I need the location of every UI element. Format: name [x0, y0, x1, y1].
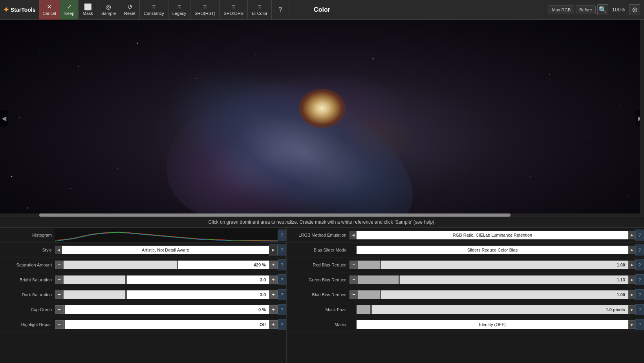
lrgb-help-btn[interactable]: ?: [635, 230, 644, 241]
sho-hst-button[interactable]: ≡ SHO(HST): [190, 0, 220, 20]
highlight-repair-plus[interactable]: +: [269, 320, 278, 329]
zoom-out-button[interactable]: 🔍: [597, 4, 608, 15]
dark-saturation-row: Dark Saturation − 3.0 + ?: [0, 287, 286, 302]
bright-saturation-minus[interactable]: −: [55, 275, 64, 284]
saturation-amount-thumb[interactable]: [177, 261, 178, 269]
bright-saturation-plus[interactable]: +: [269, 275, 278, 284]
sample-icon: ◎: [106, 4, 111, 10]
bias-slider-help[interactable]: ?: [635, 244, 644, 255]
green-bias-fill: [358, 275, 399, 284]
green-bias-value: 1.13: [617, 277, 625, 282]
blue-bias-slider[interactable]: 1.00: [358, 290, 628, 299]
bright-saturation-label: Bright Saturation: [0, 277, 55, 282]
keep-label: Keep: [64, 11, 75, 16]
cap-green-slider[interactable]: 0 %: [64, 305, 269, 314]
bi-color-button[interactable]: ≡ Bi-Color: [248, 0, 272, 20]
bright-saturation-help[interactable]: ?: [278, 274, 286, 285]
style-right-arrow[interactable]: ▶: [269, 244, 278, 255]
before-button[interactable]: Before: [576, 5, 595, 14]
zoom-in-button[interactable]: ⊕: [629, 4, 640, 15]
cancel-button[interactable]: ✕ Cancel: [39, 0, 60, 20]
sho-ohs-label: SHO:OHS: [223, 11, 243, 16]
max-rgb-button[interactable]: Max RGB: [549, 5, 574, 14]
red-bias-fill: [358, 261, 380, 269]
dark-saturation-thumb[interactable]: [125, 290, 127, 299]
blue-bias-row: Blue Bias Reduce − 1.00 ▶ ?: [287, 287, 644, 302]
cap-green-row: Cap Green − 0 % + ?: [0, 302, 286, 317]
keep-button[interactable]: ✓ Keep: [60, 0, 79, 20]
green-bias-right-arrow[interactable]: ▶: [628, 275, 635, 284]
bias-slider-right-arrow[interactable]: ▶: [628, 246, 635, 254]
highlight-repair-minus[interactable]: −: [55, 320, 64, 329]
bright-saturation-slider[interactable]: 3.0: [64, 275, 269, 284]
blue-bias-right-arrow[interactable]: ▶: [628, 290, 635, 299]
mask-fuzz-thumb[interactable]: [370, 305, 372, 314]
reset-button[interactable]: ↺ Reset: [120, 0, 140, 20]
red-bias-slider[interactable]: 1.00: [358, 261, 628, 269]
saturation-amount-plus[interactable]: +: [269, 261, 278, 269]
green-bias-thumb[interactable]: [399, 275, 400, 284]
saturation-amount-label: Saturation Amount: [0, 263, 55, 267]
controls-panel: Histogram ? Style ◀ Artistic, Not Detail…: [0, 228, 644, 363]
mask-fuzz-right-arrow[interactable]: ▶: [628, 305, 635, 314]
legacy-button[interactable]: ≡ Legacy: [168, 0, 190, 20]
bright-saturation-thumb[interactable]: [125, 275, 127, 284]
highlight-repair-label: Highlight Repair: [0, 322, 55, 327]
red-bias-thumb[interactable]: [380, 261, 381, 269]
blue-bias-minus[interactable]: −: [349, 290, 358, 299]
style-help-btn[interactable]: ?: [278, 244, 286, 255]
dark-saturation-minus[interactable]: −: [55, 290, 64, 299]
mask-icon: ⬜: [84, 4, 92, 10]
blue-bias-help[interactable]: ?: [635, 289, 644, 300]
dark-saturation-fill: [64, 290, 125, 299]
mask-fuzz-fill: [357, 305, 370, 314]
green-bias-minus[interactable]: −: [349, 275, 358, 284]
cap-green-thumb[interactable]: [64, 305, 65, 314]
vertical-scrollbar[interactable]: [640, 20, 644, 217]
red-bias-help[interactable]: ?: [635, 259, 644, 270]
saturation-amount-slider[interactable]: 429 %: [64, 261, 269, 269]
dark-saturation-help[interactable]: ?: [278, 289, 286, 300]
red-bias-minus[interactable]: −: [349, 261, 358, 269]
image-area[interactable]: ◀ ▶: [0, 20, 644, 217]
horizontal-scrollbar[interactable]: [0, 213, 644, 217]
legacy-icon: ≡: [177, 4, 181, 10]
cap-green-help[interactable]: ?: [278, 304, 286, 315]
dark-saturation-plus[interactable]: +: [269, 290, 278, 299]
constancy-button[interactable]: ≡ Constancy: [140, 0, 168, 20]
matrix-right-arrow[interactable]: ▶: [628, 320, 635, 329]
dark-saturation-slider[interactable]: 3.0: [64, 290, 269, 299]
red-bias-right-arrow[interactable]: ▶: [628, 261, 635, 269]
sample-button[interactable]: ◎ Sample: [97, 0, 120, 20]
help-icon: ?: [278, 7, 282, 13]
saturation-amount-help[interactable]: ?: [278, 259, 286, 270]
legacy-label: Legacy: [172, 11, 186, 16]
style-label: Style: [0, 248, 55, 252]
green-bias-help[interactable]: ?: [635, 274, 644, 285]
saturation-amount-minus[interactable]: −: [55, 261, 64, 269]
help-button[interactable]: ?: [272, 0, 289, 20]
green-bias-slider[interactable]: 1.13: [358, 275, 628, 284]
histogram-row: Histogram ?: [0, 228, 286, 243]
sample-label: Sample: [101, 11, 116, 16]
mask-fuzz-help[interactable]: ?: [635, 304, 644, 315]
sho-ohs-button[interactable]: ≡ SHO:OHS: [220, 0, 248, 20]
scroll-thumb[interactable]: [39, 213, 510, 217]
mask-button[interactable]: ⬜ Mask: [79, 0, 97, 20]
scroll-left-arrow[interactable]: ◀: [0, 110, 8, 126]
bright-saturation-fill: [64, 275, 125, 284]
reset-label: Reset: [124, 11, 135, 16]
lrgb-right-arrow[interactable]: ▶: [628, 231, 635, 239]
lrgb-left-arrow[interactable]: ◀: [349, 231, 357, 239]
cap-green-minus[interactable]: −: [55, 305, 64, 314]
histogram-help-btn[interactable]: ?: [278, 230, 286, 241]
mask-fuzz-slider[interactable]: 1.0 pixels: [357, 305, 628, 314]
highlight-repair-thumb[interactable]: [64, 320, 65, 329]
matrix-help[interactable]: ?: [635, 319, 644, 330]
highlight-repair-slider[interactable]: Off: [64, 320, 269, 329]
style-left-arrow[interactable]: ◀: [55, 246, 62, 254]
cap-green-plus[interactable]: +: [269, 305, 278, 314]
bi-color-label: Bi-Color: [252, 11, 267, 16]
blue-bias-thumb[interactable]: [380, 290, 381, 299]
highlight-repair-help[interactable]: ?: [278, 319, 286, 330]
